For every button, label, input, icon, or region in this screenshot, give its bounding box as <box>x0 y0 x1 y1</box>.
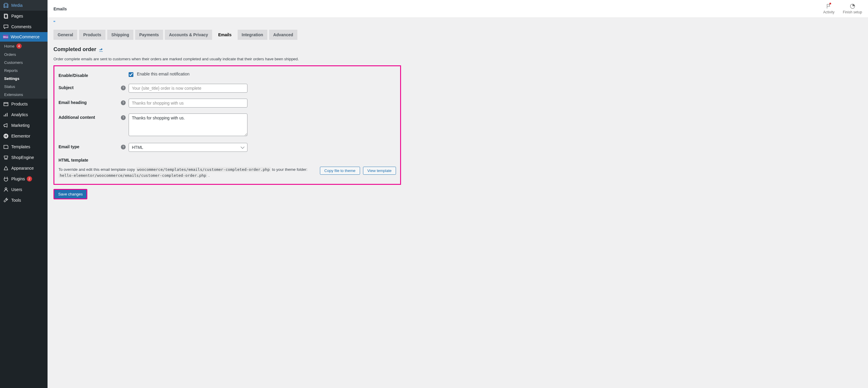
save-changes-button[interactable]: Save changes <box>54 189 87 199</box>
accent-bar <box>54 21 55 22</box>
menu-item-comments[interactable]: Comments <box>0 21 48 32</box>
menu-label: Media <box>11 3 23 8</box>
help-icon[interactable]: ? <box>121 86 126 90</box>
section-description: Order complete emails are sent to custom… <box>54 57 862 61</box>
menu-item-marketing[interactable]: Marketing <box>0 120 48 131</box>
submenu-item-customers[interactable]: Customers <box>0 59 48 66</box>
tools-icon <box>3 197 9 203</box>
menu-label: Pages <box>11 14 23 19</box>
section-heading: Completed order ⬏ <box>54 46 862 53</box>
submenu-label: Home <box>4 44 14 49</box>
media-icon <box>3 2 9 8</box>
svg-rect-2 <box>4 102 8 106</box>
submenu-item-orders[interactable]: Orders <box>0 51 48 59</box>
settings-tabs: General Products Shipping Payments Accou… <box>54 30 862 40</box>
badge-count: 2 <box>27 176 32 181</box>
page-title: Emails <box>54 6 67 11</box>
svg-rect-4 <box>5 135 5 137</box>
additional-content-textarea[interactable] <box>129 114 247 136</box>
menu-item-analytics[interactable]: Analytics <box>0 109 48 120</box>
menu-label: Users <box>11 187 22 192</box>
menu-item-woocommerce[interactable]: Woo WooCommerce <box>0 32 48 41</box>
menu-label: Plugins <box>11 177 25 181</box>
html-template-heading: HTML template <box>59 158 396 162</box>
submenu-item-home[interactable]: Home 4 <box>0 41 48 51</box>
menu-item-tools[interactable]: Tools <box>0 195 48 206</box>
tab-integration[interactable]: Integration <box>238 30 267 40</box>
email-type-select[interactable]: HTML <box>129 143 247 152</box>
svg-rect-6 <box>6 136 7 137</box>
svg-point-8 <box>5 188 7 189</box>
tab-emails[interactable]: Emails <box>214 30 236 40</box>
svg-rect-7 <box>6 137 7 137</box>
enable-checkbox-label: Enable this email notification <box>137 71 189 76</box>
email-heading-input[interactable] <box>129 99 247 108</box>
subject-label: Subject <box>59 84 121 90</box>
enable-label: Enable/Disable <box>59 71 121 78</box>
comments-icon <box>3 24 9 30</box>
menu-item-users[interactable]: Users <box>0 184 48 195</box>
help-icon[interactable]: ? <box>121 100 126 105</box>
email-heading-label: Email heading <box>59 99 121 105</box>
settings-form: Enable/Disable Enable this email notific… <box>54 65 401 185</box>
back-link[interactable]: ⬏ <box>99 47 103 52</box>
menu-label: Analytics <box>11 112 28 117</box>
templates-icon <box>3 144 9 150</box>
template-override-text: To override and edit this email template… <box>59 167 314 179</box>
submenu-item-settings[interactable]: Settings <box>0 74 48 83</box>
menu-label: Appearance <box>11 166 34 171</box>
pages-icon <box>3 13 9 19</box>
menu-item-media[interactable]: Media <box>0 0 48 11</box>
tab-accounts-privacy[interactable]: Accounts & Privacy <box>165 30 212 40</box>
heading-text: Completed order <box>54 46 96 53</box>
submenu-item-status[interactable]: Status <box>0 83 48 91</box>
woocommerce-icon: Woo <box>3 35 8 39</box>
enable-checkbox[interactable] <box>129 72 133 77</box>
view-template-button[interactable]: View template <box>363 167 396 175</box>
menu-item-appearance[interactable]: Appearance <box>0 163 48 174</box>
menu-item-templates[interactable]: Templates <box>0 142 48 152</box>
menu-label: Templates <box>11 144 30 149</box>
tab-advanced[interactable]: Advanced <box>269 30 297 40</box>
help-icon[interactable]: ? <box>121 145 126 149</box>
menu-label: Comments <box>11 24 31 29</box>
svg-rect-5 <box>6 135 7 136</box>
menu-item-elementor[interactable]: Elementor <box>0 131 48 142</box>
progress-icon <box>849 3 856 10</box>
users-icon <box>3 186 9 192</box>
analytics-icon <box>3 112 9 118</box>
email-type-label: Email type <box>59 143 121 149</box>
topbar-btn-label: Activity <box>823 10 834 14</box>
shopengine-icon <box>3 154 9 160</box>
menu-item-products[interactable]: Products <box>0 99 48 109</box>
tab-general[interactable]: General <box>54 30 77 40</box>
menu-item-plugins[interactable]: Plugins 2 <box>0 174 48 184</box>
menu-label: Tools <box>11 198 21 203</box>
help-icon[interactable]: ? <box>121 115 126 120</box>
admin-sidebar: Media Pages Comments Woo WooCommerce Hom… <box>0 0 48 388</box>
menu-label: WooCommerce <box>11 34 39 39</box>
enable-checkbox-wrap[interactable]: Enable this email notification <box>129 72 189 76</box>
products-icon <box>3 101 9 107</box>
activity-button[interactable]: Activity <box>823 3 834 14</box>
subject-input[interactable] <box>129 84 247 93</box>
submenu-item-extensions[interactable]: Extensions <box>0 91 48 99</box>
menu-label: Products <box>11 101 28 107</box>
menu-label: Marketing <box>11 123 29 128</box>
template-dest-path: hello-elementor/woocommerce/emails/custo… <box>59 173 207 178</box>
menu-item-shopengine[interactable]: ShopEngine <box>0 152 48 163</box>
badge-count: 4 <box>16 43 22 49</box>
menu-label: Elementor <box>11 134 30 139</box>
menu-item-pages[interactable]: Pages <box>0 11 48 21</box>
copy-file-button[interactable]: Copy file to theme <box>320 167 360 175</box>
woocommerce-submenu: Home 4 Orders Customers Reports Settings… <box>0 41 48 99</box>
tab-products[interactable]: Products <box>79 30 105 40</box>
topbar: Emails Activity Finish setup <box>48 0 868 18</box>
tab-shipping[interactable]: Shipping <box>107 30 133 40</box>
finish-setup-button[interactable]: Finish setup <box>843 3 862 14</box>
tab-payments[interactable]: Payments <box>135 30 163 40</box>
topbar-btn-label: Finish setup <box>843 10 862 14</box>
menu-label: ShopEngine <box>11 155 34 160</box>
elementor-icon <box>3 133 9 139</box>
submenu-item-reports[interactable]: Reports <box>0 66 48 74</box>
